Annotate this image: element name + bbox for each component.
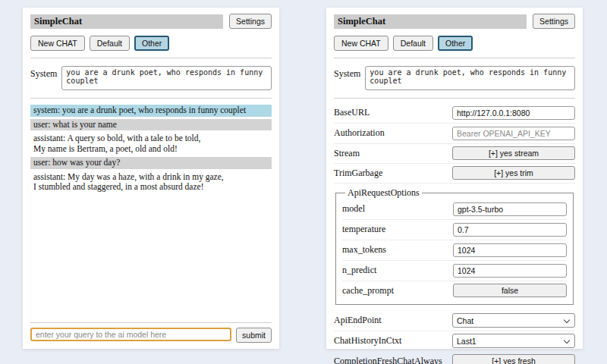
n-predict-label: n_predict [342, 265, 376, 276]
chat-history-in-ctxt-select[interactable]: Last1 [452, 334, 575, 348]
settings-button[interactable]: Settings [533, 14, 575, 29]
stream-toggle-button[interactable]: [+] yes stream [452, 146, 575, 160]
temperature-input[interactable] [453, 223, 567, 237]
api-endpoint-row: ApiEndPoint Chat [334, 311, 575, 331]
api-endpoint-label: ApiEndPoint [334, 315, 382, 326]
stream-label: Stream [334, 148, 360, 159]
new-chat-button[interactable]: New CHAT [334, 36, 388, 51]
max-tokens-label: max_tokens [342, 244, 386, 256]
api-endpoint-value: Chat [457, 316, 473, 325]
trim-garbage-toggle-button[interactable]: [+] yes trim [452, 166, 575, 180]
query-bar: submit [30, 321, 272, 343]
authorization-input[interactable] [452, 127, 575, 140]
chat-history-in-ctxt-label: ChatHistoryInCtxt [334, 335, 401, 347]
authorization-label: Authorization [334, 127, 385, 139]
system-prompt-row: System you are a drunk poet, who respond… [334, 66, 575, 90]
settings-button[interactable]: Settings [229, 14, 272, 29]
system-label: System [334, 66, 360, 90]
n-predict-row: n_predict [342, 261, 567, 281]
chevron-down-icon [564, 337, 570, 344]
stream-row: Stream [+] yes stream [334, 144, 575, 164]
temperature-row: temperature [342, 220, 567, 240]
session-default-button[interactable]: Default [90, 36, 130, 51]
completion-fresh-chat-always-toggle-button[interactable]: [+] yes fresh [452, 354, 575, 364]
base-url-input[interactable] [452, 106, 575, 120]
chat-message-assistant: assistant: A query so bold, with a tale … [30, 133, 272, 155]
cache-prompt-row: cache_prompt false [342, 281, 567, 300]
api-request-options-legend: ApiRequestOptions [345, 187, 422, 199]
n-predict-input[interactable] [453, 264, 567, 278]
temperature-label: temperature [342, 224, 385, 235]
max-tokens-row: max_tokens [342, 240, 567, 261]
completion-fresh-chat-always-label: CompletionFreshChatAlways [334, 356, 442, 364]
api-request-options-fieldset: ApiRequestOptions model temperature max_… [335, 187, 574, 305]
new-chat-button[interactable]: New CHAT [30, 36, 85, 51]
system-prompt-input[interactable]: you are a drunk poet, who responds in fu… [61, 66, 272, 90]
query-input[interactable] [30, 328, 231, 341]
model-input[interactable] [453, 202, 567, 216]
max-tokens-input[interactable] [453, 243, 567, 257]
base-url-row: BaseURL [334, 103, 575, 124]
settings-panel: SimpleChat Settings New CHAT Default Oth… [326, 8, 583, 349]
chat-message-system: system: you are a drunk poet, who respon… [30, 105, 272, 117]
divider [30, 98, 272, 99]
trim-garbage-row: TrimGarbage [+] yes trim [334, 164, 575, 184]
divider [334, 58, 575, 58]
model-row: model [342, 199, 567, 220]
session-buttons: New CHAT Default Other [334, 36, 575, 51]
trim-garbage-label: TrimGarbage [334, 168, 382, 179]
chat-log: system: you are a drunk poet, who respon… [30, 105, 272, 196]
base-url-label: BaseURL [334, 107, 370, 118]
cache-prompt-toggle-button[interactable]: false [453, 284, 567, 297]
divider [334, 98, 575, 99]
session-other-button[interactable]: Other [438, 36, 473, 51]
chevron-down-icon [564, 317, 570, 323]
app-title: SimpleChat [334, 14, 527, 29]
system-prompt-row: System you are a drunk poet, who respond… [30, 66, 272, 90]
submit-button[interactable]: submit [236, 328, 272, 343]
system-label: System [30, 66, 57, 90]
system-prompt-input[interactable]: you are a drunk poet, who responds in fu… [365, 66, 575, 90]
cache-prompt-label: cache_prompt [342, 285, 394, 297]
chat-message-assistant: assistant: My day was a haze, with a dri… [30, 171, 272, 193]
chat-panel: SimpleChat Settings New CHAT Default Oth… [23, 8, 279, 349]
session-default-button[interactable]: Default [393, 36, 433, 51]
app-title: SimpleChat [30, 14, 223, 29]
divider [30, 322, 272, 323]
authorization-row: Authorization [334, 124, 575, 144]
chat-history-in-ctxt-row: ChatHistoryInCtxt Last1 [334, 331, 575, 352]
chat-message-user: user: how was your day? [30, 157, 272, 169]
header: SimpleChat Settings [30, 14, 272, 29]
session-buttons: New CHAT Default Other [30, 36, 272, 51]
session-other-button[interactable]: Other [134, 36, 169, 51]
divider [30, 58, 272, 58]
completion-fresh-chat-always-row: CompletionFreshChatAlways [+] yes fresh [334, 352, 575, 364]
header: SimpleChat Settings [334, 14, 575, 29]
chat-history-in-ctxt-value: Last1 [457, 337, 476, 346]
chat-message-user: user: what is your name [30, 119, 272, 131]
api-endpoint-select[interactable]: Chat [452, 313, 575, 328]
model-label: model [342, 203, 365, 215]
